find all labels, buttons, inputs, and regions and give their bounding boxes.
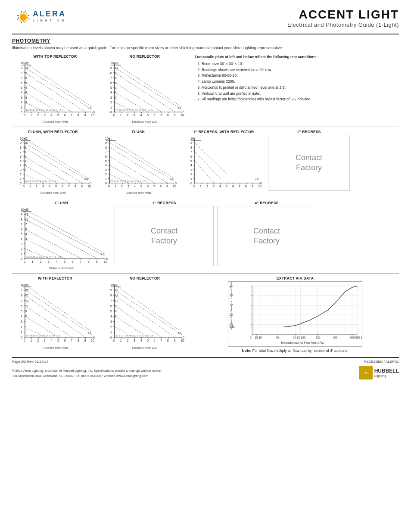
footer-row: Page 3/3 Rev. 01/14/14 RECESSED / ALEPG1 (12, 360, 399, 364)
chart-canvas-2 (102, 59, 188, 120)
x-label-3: Distance from Wall (40, 191, 65, 194)
alera-logo: ALERA LIGHTING (12, 8, 64, 30)
x-label-6: Distance from Wall (49, 267, 74, 270)
chart-label-with-top-reflector: WITH TOP REFLECTOR (34, 54, 77, 59)
hubbell-badge: H (359, 366, 373, 380)
svg-line-15 (21, 22, 22, 23)
divider-2 (12, 198, 399, 198)
section-title-photometry: PHOTOMETRY (12, 38, 399, 44)
svg-text:ALERA: ALERA (33, 9, 64, 18)
chart-label-flush-reflector: FLUSH, WITH REFLECTOR (28, 130, 78, 134)
chart-no-reflector-1: NO REFLECTOR Distance from Wall (102, 54, 188, 123)
x-label-7: Distance from Wall (43, 346, 68, 349)
chart-label-1in-regress: 1" REGRESS (297, 130, 321, 134)
footer-right: RECESSED / ALEPG1 (364, 360, 399, 364)
footer-copy-1: © 2014 Alera Lighting, a division of Hub… (12, 369, 162, 373)
chart-flush-reflector: FLUSH, WITH REFLECTOR Distance from Wall (12, 130, 94, 194)
svg-line-10 (25, 11, 25, 13)
x-label-8: Distance from Wall (132, 346, 157, 349)
chart-canvas-5 (183, 135, 265, 191)
logo-area: ALERA LIGHTING (12, 8, 64, 30)
contact-factory-3: ContactFactory (217, 206, 316, 266)
x-label-2: Distance from Wall (132, 120, 157, 123)
chart-with-reflector-2: WITH REFLECTOR Distance from Wall (12, 276, 98, 349)
svg-line-5 (20, 14, 21, 15)
title-area: ACCENT LIGHT Electrical and Photometry G… (287, 8, 399, 28)
extract-air-title: EXTRACT AIR DATA (277, 276, 314, 280)
chart-label-flush: FLUSH (132, 130, 145, 134)
chart-flush-2: FLUSH Distance from Wall (12, 201, 111, 270)
hubbell-text-area: HUBBELL Lighting (374, 368, 399, 378)
svg-line-13 (28, 15, 29, 16)
chart-1in-regress-reflector: 1" REGRESS, WITH REFLECTOR (183, 130, 265, 191)
chart-1in-regress-contact-2: 1" REGRESS ContactFactory (115, 201, 214, 266)
header-divider (12, 34, 399, 34)
condition-2: Readings shown are centered on a 20' row… (202, 67, 399, 73)
contact-factory-2: ContactFactory (115, 206, 214, 266)
hubbell-division: Lighting (374, 374, 399, 378)
chart-canvas-8 (102, 281, 188, 346)
chart-canvas-4 (97, 135, 179, 191)
chart-row-3: FLUSH Distance from Wall 1" REGRESS Cont… (12, 201, 399, 270)
condition-5: Horizontal fc printed in italic at floor… (202, 85, 399, 90)
footer-divider (12, 357, 399, 358)
extract-air-canvas (228, 281, 362, 347)
condition-7: All readings are initial footcandles wit… (202, 96, 399, 102)
chart-label-with-reflector-2: WITH REFLECTOR (38, 276, 72, 280)
chart-canvas-3 (12, 135, 94, 191)
conditions-list: Room size 30' × 30' × 10'. Readings show… (195, 61, 399, 102)
svg-line-14 (28, 19, 29, 19)
divider-3 (12, 273, 399, 274)
footer-copy: © 2014 Alera Lighting, a division of Hub… (12, 367, 162, 378)
hubbell-logo: H HUBBELL Lighting (359, 366, 399, 380)
condition-6: Vertical fc at wall are printed in itali… (202, 91, 399, 96)
x-label-1: Distance from Wall (43, 120, 68, 123)
page-header: ALERA LIGHTING ACCENT LIGHT Electrical a… (12, 8, 399, 30)
footer-copy-2: 701 Millennium Blvd. Greenville, SC 2960… (12, 374, 162, 378)
svg-line-11 (17, 15, 19, 16)
chart-label-no-reflector-2: NO REFLECTOR (130, 276, 160, 280)
chart-row-1: WITH TOP REFLECTOR Distance from Wall NO… (12, 54, 399, 123)
intro-text: Illumination levels shown may be used as… (12, 46, 399, 50)
svg-line-7 (26, 14, 27, 15)
condition-3: Reflectance 80-50-20. (202, 73, 399, 78)
chart-row-2: FLUSH, WITH REFLECTOR Distance from Wall… (12, 130, 399, 194)
conditions-box: Footcandle plots at left and below refle… (191, 54, 399, 103)
chart-with-top-reflector: WITH TOP REFLECTOR Distance from Wall (12, 54, 98, 123)
extract-air-container: EXTRACT AIR DATA Note: For total flow mu… (191, 276, 399, 353)
chart-label-1in-regress-reflector: 1" REGRESS, WITH REFLECTOR (193, 130, 254, 134)
svg-line-8 (20, 20, 21, 21)
svg-line-12 (17, 19, 19, 19)
product-title: ACCENT LIGHT (287, 8, 399, 22)
product-subtitle: Electrical and Photometry Guide (1-Light… (287, 22, 399, 28)
svg-line-16 (25, 22, 25, 23)
chart-row-4: WITH REFLECTOR Distance from Wall NO REF… (12, 276, 399, 353)
contact-factory-1: ContactFactory (268, 135, 350, 191)
chart-1in-regress-contact: 1" REGRESS ContactFactory (268, 130, 350, 191)
chart-label-4in-regress: 4" REGRESS (255, 201, 279, 205)
extract-air-note: Note: For total flow multiply air flow r… (242, 348, 349, 353)
condition-1: Room size 30' × 30' × 10'. (202, 61, 399, 67)
svg-line-6 (26, 20, 27, 21)
chart-label-flush-2: FLUSH (55, 201, 68, 205)
chart-flush: FLUSH Distance from Wall (97, 130, 179, 194)
condition-4: Lamp Lumens 3200. (202, 79, 399, 84)
footer-page: Page 3/3 Rev. 01/14/14 (12, 360, 48, 364)
chart-canvas-7 (12, 281, 98, 346)
hubbell-brand: HUBBELL (374, 368, 399, 374)
x-label-4: Distance from Wall (126, 191, 151, 194)
chart-canvas-6 (12, 206, 111, 266)
conditions-title: Footcandle plots at left and below refle… (195, 54, 399, 60)
svg-line-9 (21, 11, 22, 13)
chart-canvas-1 (12, 59, 98, 120)
chart-no-reflector-2: NO REFLECTOR Distance from Wall (102, 276, 188, 349)
chart-4in-regress-contact: 4" REGRESS ContactFactory (217, 201, 316, 266)
chart-label-no-reflector-1: NO REFLECTOR (130, 54, 160, 59)
svg-point-0 (20, 14, 27, 21)
chart-label-1in-regress-2: 1" REGRESS (152, 201, 176, 205)
divider-1 (12, 127, 399, 127)
svg-text:LIGHTING: LIGHTING (33, 19, 64, 22)
